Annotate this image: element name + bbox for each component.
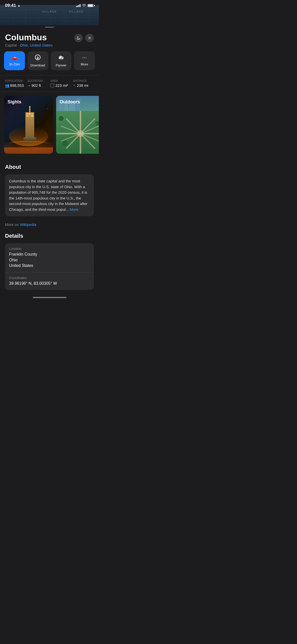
download-button[interactable]: Download [27,51,48,70]
svg-line-9 [80,118,95,134]
subtitle: Capital · Ohio, United States [5,43,53,47]
sights-label: Sights [8,99,21,105]
stat-elevation: ELEVATION ↗ 902 ft [28,79,48,88]
drag-handle[interactable] [45,27,54,28]
status-bar: 09:41 ▲ [0,0,99,10]
svg-line-13 [80,126,99,134]
more-label: More [81,62,88,66]
more-icon: ··· [82,54,87,61]
drive-button[interactable]: 🚗 3h 25m [4,51,25,70]
details-section: Details Location Franklin CountyOhioUnit… [0,227,99,290]
stat-area: AREA 223 mi² [51,79,71,88]
population-icon: 👥 [5,84,9,88]
wikipedia-prefix: More on [5,222,20,227]
location-row: Location Franklin CountyOhioUnited State… [5,243,94,272]
status-icons [76,4,94,8]
stat-population: POPULATION 👥 898,553 [5,79,26,88]
more-button[interactable]: ··· More [74,51,95,70]
wifi-icon [82,4,86,8]
svg-line-15 [80,134,99,141]
home-indicator [0,293,99,300]
status-time: 09:41 ▲ [5,3,20,8]
area-label: AREA [51,79,71,82]
map-label-2: VILLAGE [69,10,84,13]
sights-card[interactable]: Sights [4,96,53,154]
title-section: Columbus Capital · Ohio, United States [0,28,99,51]
map-label-1: VILLAGE [42,10,57,13]
wikipedia-section: More on Wikipedia [5,219,94,227]
distance-icon: ↖ [73,84,76,88]
population-label: POPULATION [5,79,26,82]
about-section: About Columbus is the state capital and … [0,158,99,227]
title-buttons [74,34,94,42]
outdoors-card[interactable]: Outdoors [56,96,99,154]
signal-icon [76,4,80,7]
distance-label: DISTANCE [73,79,94,82]
coordinates-value: 39.96196° N, 83.00305° W [9,281,90,286]
flyover-icon [58,54,64,62]
battery-icon [88,4,94,7]
details-title: Details [5,233,94,239]
drive-icon: 🚗 [11,54,18,61]
drive-label: 3h 25m [9,62,20,66]
stats-row: POPULATION 👥 898,553 ELEVATION ↗ 902 ft … [0,75,99,92]
about-card: Columbus is the state capital and the mo… [5,174,94,216]
flyover-label: Flyover [56,63,67,67]
title-left: Columbus Capital · Ohio, United States [5,33,53,47]
area-icon [51,84,54,87]
population-value: 898,553 [10,83,24,88]
elevation-value: 902 ft [31,83,41,88]
close-button[interactable] [85,34,94,42]
category-section: Sights [0,92,99,158]
location-label: Location [9,247,90,251]
about-text: Columbus is the state capital and the mo… [9,178,90,212]
stat-distance: DISTANCE ↖ 238 mi [73,79,94,88]
download-label: Download [30,63,45,67]
area-value: 223 mi² [56,83,68,88]
cards-row: Sights [4,96,99,154]
action-buttons: 🚗 3h 25m Download Flyover ··· More [0,51,99,75]
share-button[interactable] [74,34,83,42]
download-icon [35,54,41,62]
location-arrow-icon: ▲ [17,4,20,7]
elevation-label: ELEVATION [28,79,48,82]
flyover-button[interactable]: Flyover [51,51,72,70]
distance-value: 238 mi [77,83,88,88]
elevation-icon: ↗ [27,83,32,88]
coordinates-label: Coordinates [9,276,90,280]
coordinates-row: Coordinates 39.96196° N, 83.00305° W [5,272,94,290]
details-card: Location Franklin CountyOhioUnited State… [5,243,94,290]
wikipedia-link[interactable]: Wikipedia [20,222,36,227]
location-value: Franklin CountyOhioUnited States [9,252,90,268]
about-more-link[interactable]: More [70,207,78,212]
drag-handle-container [0,25,99,28]
subtitle-link[interactable]: Ohio, United States [20,43,53,47]
about-title: About [5,164,94,170]
home-bar [33,297,66,298]
page-title: Columbus [5,33,53,42]
outdoors-label: Outdoors [60,99,80,105]
subtitle-text: Capital [5,43,17,47]
svg-line-11 [80,134,95,149]
